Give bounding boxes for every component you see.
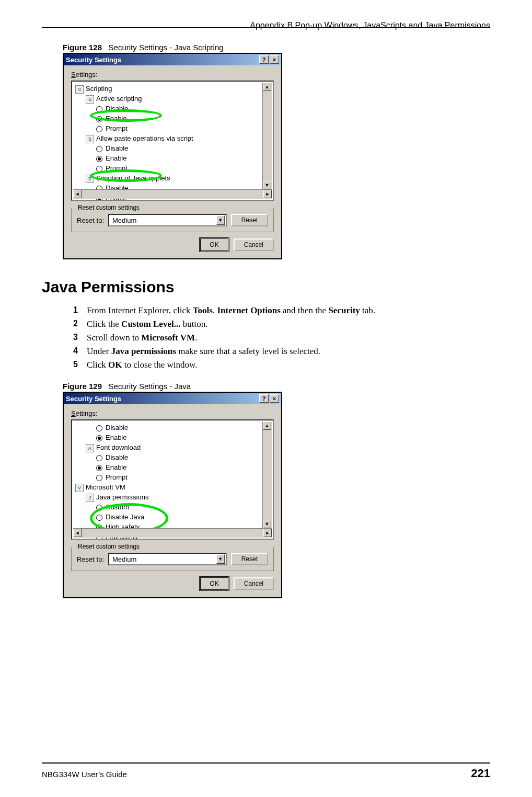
figure-129-caption: Figure 129 Security Settings - Java bbox=[63, 382, 490, 391]
opt-prompt[interactable]: Prompt bbox=[96, 472, 272, 482]
header-rule bbox=[42, 27, 490, 28]
reset-to-label: Reset to: bbox=[77, 555, 104, 563]
help-icon[interactable]: ? bbox=[259, 394, 269, 403]
opt-enable[interactable]: Enable bbox=[96, 462, 272, 472]
opt-enable[interactable]: Enable bbox=[96, 153, 272, 163]
reset-combo[interactable]: Medium ▼ bbox=[108, 214, 227, 226]
dialog-title: Security Settings bbox=[66, 56, 258, 64]
opt-disable[interactable]: Disable bbox=[96, 143, 272, 153]
cancel-button[interactable]: Cancel bbox=[234, 577, 274, 590]
chevron-down-icon[interactable]: ▼ bbox=[216, 215, 225, 225]
security-settings-dialog-2: Security Settings ? × Settings: Disable … bbox=[63, 392, 282, 598]
scroll-down-icon[interactable]: ▼ bbox=[263, 520, 271, 528]
ok-button[interactable]: OK bbox=[200, 238, 228, 251]
cancel-button[interactable]: Cancel bbox=[234, 238, 274, 251]
opt-disable[interactable]: Disable bbox=[96, 452, 272, 462]
tree-scripting: SScripting SActive scripting Disable Ena… bbox=[75, 84, 272, 201]
script-icon: S bbox=[75, 85, 84, 94]
tree-allow-paste: SAllow paste operations via script Disab… bbox=[86, 133, 272, 173]
ok-button[interactable]: OK bbox=[200, 577, 228, 590]
scroll-left-icon[interactable]: ◄ bbox=[73, 190, 82, 198]
reset-combo-value: Medium bbox=[112, 555, 136, 563]
opt-prompt[interactable]: Prompt bbox=[96, 163, 272, 173]
figure-128-caption: Figure 128 Security Settings - Java Scri… bbox=[63, 43, 490, 52]
running-header: Appendix B Pop-up Windows, JavaScripts a… bbox=[42, 21, 490, 30]
scroll-right-icon[interactable]: ► bbox=[263, 529, 272, 537]
script-icon: S bbox=[86, 175, 94, 183]
fig128-text: Security Settings - Java Scripting bbox=[109, 43, 224, 52]
step-item: 5Click OK to close the window. bbox=[73, 360, 490, 370]
fig129-text: Security Settings - Java bbox=[109, 382, 191, 391]
footer-guide: NBG334W User’s Guide bbox=[42, 770, 127, 779]
fig129-label: Figure 129 bbox=[63, 382, 102, 391]
scroll-up-icon[interactable]: ▲ bbox=[263, 83, 271, 91]
step-number: 4 bbox=[73, 346, 78, 356]
scroll-up-icon[interactable]: ▲ bbox=[263, 422, 271, 430]
script-icon: S bbox=[86, 95, 94, 104]
page-number: 221 bbox=[471, 767, 490, 780]
step-item: 3Scroll down to Microsoft VM. bbox=[73, 333, 490, 343]
dialog-title: Security Settings bbox=[66, 395, 258, 403]
section-title-java-permissions: Java Permissions bbox=[42, 278, 490, 296]
help-icon[interactable]: ? bbox=[259, 55, 269, 64]
step-number: 1 bbox=[73, 305, 78, 315]
reset-combo[interactable]: Medium ▼ bbox=[108, 553, 227, 565]
reset-legend: Reset custom settings bbox=[76, 543, 142, 550]
settings-label: Settings: bbox=[71, 71, 274, 78]
java-icon: J bbox=[86, 494, 94, 502]
vertical-scrollbar[interactable]: ▲▼ bbox=[262, 83, 272, 189]
font-icon: A bbox=[86, 444, 94, 452]
settings-tree[interactable]: Disable Enable AFont download Disable En… bbox=[71, 419, 274, 540]
step-number: 3 bbox=[73, 333, 78, 342]
step-number: 5 bbox=[73, 360, 78, 369]
opt-disable[interactable]: Disable bbox=[75, 423, 272, 432]
settings-tree[interactable]: SScripting SActive scripting Disable Ena… bbox=[71, 81, 274, 201]
tree-font-download: AFont download Disable Enable Prompt bbox=[75, 442, 272, 482]
close-icon[interactable]: × bbox=[270, 55, 279, 64]
scroll-left-icon[interactable]: ◄ bbox=[73, 529, 82, 537]
steps-list: 1From Internet Explorer, click Tools, In… bbox=[73, 305, 490, 370]
vertical-scrollbar[interactable]: ▲▼ bbox=[262, 422, 272, 528]
opt-custom[interactable]: Custom bbox=[96, 502, 272, 512]
reset-button[interactable]: Reset bbox=[231, 214, 268, 226]
opt-disable-java[interactable]: Disable Java bbox=[96, 512, 272, 522]
reset-combo-value: Medium bbox=[112, 217, 136, 224]
settings-label: Settings: bbox=[71, 409, 274, 417]
vm-icon: V bbox=[75, 484, 84, 492]
close-icon[interactable]: × bbox=[270, 394, 279, 403]
reset-fieldset: Reset custom settings Reset to: Medium ▼… bbox=[71, 547, 274, 571]
fig128-label: Figure 128 bbox=[63, 43, 102, 52]
reset-legend: Reset custom settings bbox=[76, 204, 142, 211]
tree-active-scripting: SActive scripting Disable Enable Prompt bbox=[86, 94, 272, 133]
reset-button[interactable]: Reset bbox=[231, 553, 268, 565]
reset-fieldset: Reset custom settings Reset to: Medium ▼… bbox=[71, 208, 274, 232]
titlebar: Security Settings ? × bbox=[64, 393, 281, 404]
reset-to-label: Reset to: bbox=[77, 217, 104, 224]
titlebar: Security Settings ? × bbox=[64, 54, 281, 65]
script-icon: S bbox=[86, 135, 94, 143]
opt-enable[interactable]: Enable bbox=[96, 113, 272, 123]
scroll-down-icon[interactable]: ▼ bbox=[263, 181, 271, 189]
security-settings-dialog-1: Security Settings ? × Settings: SScripti… bbox=[63, 53, 282, 259]
step-number: 2 bbox=[73, 319, 78, 328]
scroll-right-icon[interactable]: ► bbox=[263, 190, 272, 198]
opt-prompt[interactable]: Prompt bbox=[96, 123, 272, 133]
step-item: 4Under Java permissions make sure that a… bbox=[73, 346, 490, 357]
opt-enable[interactable]: Enable bbox=[75, 432, 272, 442]
step-item: 1From Internet Explorer, click Tools, In… bbox=[73, 305, 490, 316]
opt-disable[interactable]: Disable bbox=[96, 104, 272, 113]
chevron-down-icon[interactable]: ▼ bbox=[216, 554, 225, 564]
horizontal-scrollbar[interactable]: ◄► bbox=[73, 189, 272, 199]
horizontal-scrollbar[interactable]: ◄► bbox=[73, 528, 272, 538]
step-item: 2Click the Custom Level... button. bbox=[73, 319, 490, 329]
